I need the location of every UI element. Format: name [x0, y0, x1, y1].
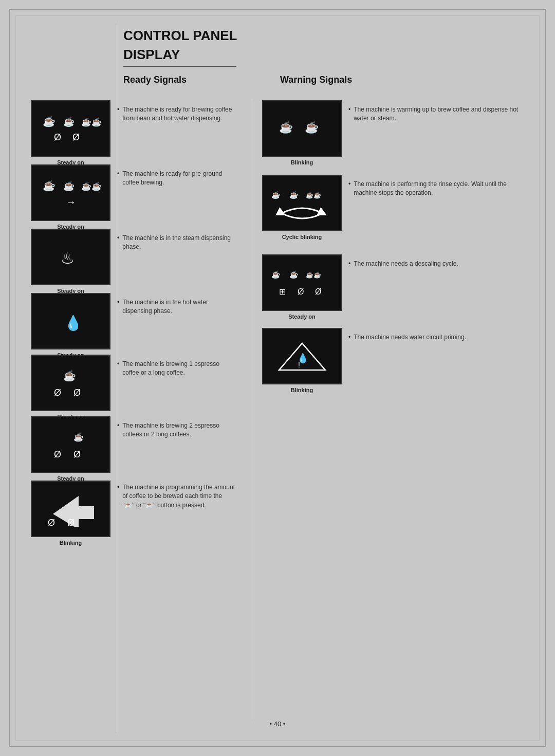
svg-text:☕☕: ☕☕	[81, 181, 102, 191]
svg-text:Ø: Ø	[315, 287, 321, 296]
ready-desc-1: • The machine is ready for brewing coffe…	[117, 105, 235, 123]
page-number: • 40 •	[270, 720, 286, 728]
svg-text:Ø: Ø	[73, 388, 81, 398]
svg-text:☕☕: ☕☕	[306, 271, 321, 279]
warning-desc-2: • The machine is performing the rinse cy…	[348, 180, 527, 198]
svg-text:💧: 💧	[64, 315, 82, 331]
ready-desc-7: • The machine is programming the amount …	[117, 483, 235, 510]
svg-text:Ø: Ø	[72, 132, 80, 142]
svg-text:Ø: Ø	[73, 449, 81, 459]
svg-text:☕☕: ☕☕	[306, 191, 321, 199]
warning-label-1: Blinking	[262, 159, 342, 165]
page-title-line2: DISPLAY	[123, 47, 532, 62]
warning-desc-4: • The machine needs water circuit primin…	[348, 333, 527, 342]
ready-panel-5: ☕ Ø Ø	[31, 355, 110, 411]
svg-text:→: →	[66, 196, 76, 208]
warning-panel-2: ☕ ☕ ☕☕	[262, 175, 342, 231]
svg-text:☕☕: ☕☕	[81, 117, 102, 127]
warning-label-4: Blinking	[262, 387, 342, 393]
ready-desc-4: • The machine is in the hot water dispen…	[117, 298, 235, 316]
ready-desc-6: • The machine is brewing 2 espresso coff…	[117, 421, 235, 439]
svg-text:☕: ☕	[289, 191, 299, 199]
warning-label-3: Steady on	[262, 314, 342, 320]
warning-panel-1: ☕ ☕	[262, 100, 342, 157]
warning-panel-3: ☕ ☕ ☕☕ ⊞ Ø Ø	[262, 254, 342, 311]
warning-desc-3: • The machine needs a descaling cycle.	[348, 260, 527, 268]
warning-label-2: Cyclic blinking	[262, 234, 342, 240]
panel-label-7: Blinking	[31, 540, 110, 546]
svg-text:☕: ☕	[73, 432, 84, 442]
svg-text:☕: ☕	[43, 115, 55, 127]
svg-text:Ø: Ø	[67, 518, 75, 527]
svg-text:Ø: Ø	[54, 388, 61, 398]
svg-text:💧: 💧	[297, 353, 309, 364]
ready-desc-2: • The machine is ready for pre-ground co…	[117, 170, 235, 188]
svg-text:☕: ☕	[279, 120, 293, 134]
svg-text:☕: ☕	[63, 180, 75, 192]
ready-panel-1: ☕ ☕ ☕☕ Ø Ø	[31, 100, 110, 157]
svg-text:Ø: Ø	[54, 449, 61, 459]
ready-panel-7: Ø Ø	[31, 481, 110, 537]
warning-signals-heading: Warning Signals	[280, 75, 532, 85]
ready-signals-heading: Ready Signals	[123, 75, 236, 85]
ready-panel-4: 💧	[31, 293, 110, 349]
warning-desc-1: • The machine is warming up to brew coff…	[348, 105, 527, 123]
svg-text:☕: ☕	[289, 270, 299, 279]
svg-text:Ø: Ø	[298, 287, 304, 296]
ready-desc-3: • The machine is in the steam dispensing…	[117, 234, 235, 252]
svg-text:☕: ☕	[63, 116, 75, 127]
svg-text:☕: ☕	[271, 270, 281, 279]
svg-text:☕: ☕	[43, 179, 55, 192]
svg-text:Ø: Ø	[48, 518, 55, 527]
warning-panel-4: ! 💧	[262, 328, 342, 384]
ready-panel-3: ♨	[31, 229, 110, 285]
ready-panel-2: ☕ ☕ ☕☕ →	[31, 164, 110, 221]
svg-text:⊞: ⊞	[279, 287, 286, 296]
svg-text:♨: ♨	[61, 250, 75, 267]
ready-panel-6: ☕ Ø Ø	[31, 416, 110, 473]
ready-desc-5: • The machine is brewing 1 espresso coff…	[117, 360, 235, 378]
svg-text:☕: ☕	[63, 370, 76, 382]
svg-text:☕: ☕	[271, 191, 281, 199]
svg-text:☕: ☕	[305, 120, 319, 134]
svg-text:Ø: Ø	[54, 132, 61, 142]
page-title-line1: CONTROL PANEL	[123, 28, 532, 43]
